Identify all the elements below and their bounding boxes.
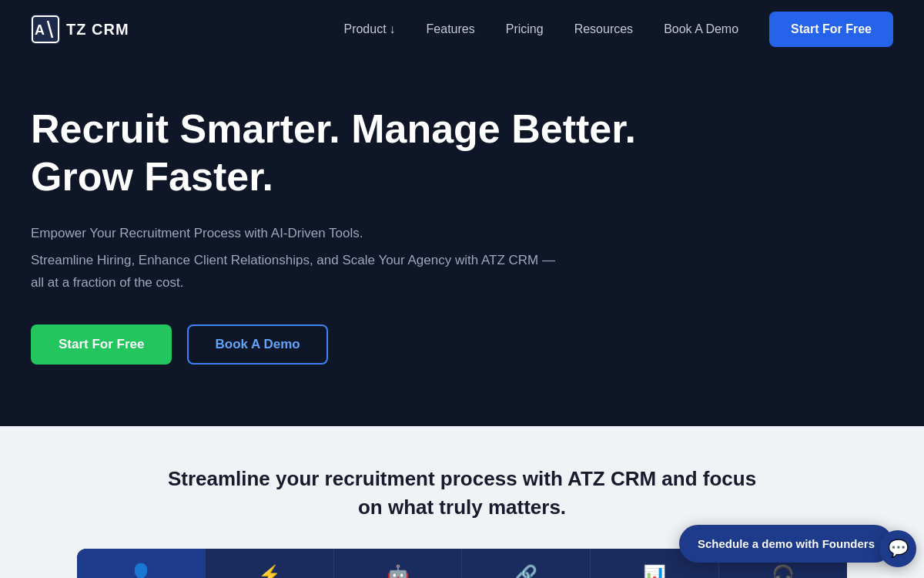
nav-item-pricing[interactable]: Pricing — [506, 22, 544, 36]
automations-icon: 🤖 — [387, 564, 410, 578]
analytics-icon: 📊 — [643, 564, 666, 578]
hero-buttons: Start For Free Book A Demo — [31, 324, 893, 365]
logo[interactable]: A TZ CRM — [31, 15, 129, 44]
nav-start-free-button[interactable]: Start For Free — [769, 12, 893, 47]
schedule-demo-bubble[interactable]: Schedule a demo with Founders — [679, 525, 893, 563]
hero-subtext-1: Empower Your Recruitment Process with AI… — [31, 223, 570, 245]
hero-start-free-button[interactable]: Start For Free — [31, 324, 172, 365]
hero-subtext-2: Streamline Hiring, Enhance Client Relati… — [31, 250, 570, 294]
logo-text: TZ CRM — [66, 21, 129, 39]
svg-text:A: A — [35, 22, 45, 38]
chat-icon[interactable]: 💬 — [879, 530, 916, 567]
nav-item-resources[interactable]: Resources — [574, 22, 633, 36]
integrations-icon: 🔗 — [514, 564, 537, 578]
tab-ats[interactable]: 👤 ATS — [77, 549, 206, 578]
tab-automations[interactable]: 🤖 Automations — [334, 549, 463, 578]
navbar: A TZ CRM Product ↓ Features Pricing Reso… — [0, 0, 924, 59]
ats-icon: 👤 — [129, 563, 152, 578]
chat-bubble-icon: 💬 — [888, 539, 909, 559]
tab-crm[interactable]: ⚡ CRM — [206, 549, 334, 578]
features-heading: Streamline your recruitment process with… — [154, 465, 770, 521]
nav-item-product[interactable]: Product ↓ — [343, 22, 395, 36]
nav-links: Product ↓ Features Pricing Resources Boo… — [343, 12, 893, 47]
logo-icon: A — [31, 15, 60, 44]
chevron-down-icon: ↓ — [390, 22, 396, 36]
nav-item-features[interactable]: Features — [427, 22, 475, 36]
hero-section: Recruit Smarter. Manage Better. Grow Fas… — [0, 59, 924, 426]
hero-book-demo-button[interactable]: Book A Demo — [187, 324, 327, 365]
support-icon: 🎧 — [772, 564, 795, 578]
nav-item-book-demo[interactable]: Book A Demo — [664, 22, 738, 36]
crm-icon: ⚡ — [258, 564, 281, 578]
hero-headline: Recruit Smarter. Manage Better. Grow Fas… — [31, 105, 685, 201]
tab-integrations[interactable]: 🔗 Integrations — [462, 549, 591, 578]
